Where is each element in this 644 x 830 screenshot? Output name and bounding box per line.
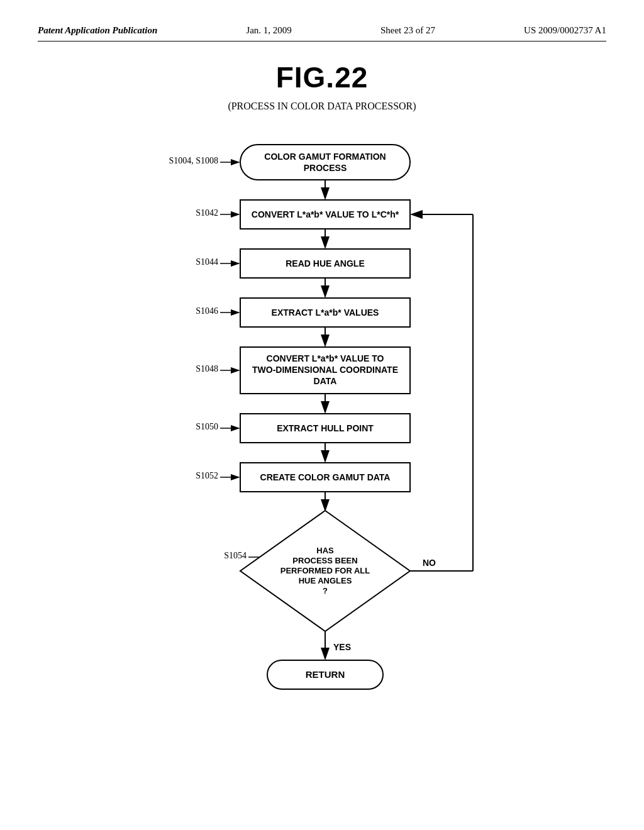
label-s1052: S1052 [196,471,218,480]
text-convert-lab-lch: CONVERT L*a*b* VALUE TO L*C*h* [252,209,399,219]
label-s1050: S1050 [196,422,218,431]
text-convert-2d-line3: DATA [314,376,337,386]
label-s1044: S1044 [196,257,218,267]
figure-title: FIG.22 [38,60,606,94]
label-s1042: S1042 [196,208,218,218]
label-yes: YES [333,642,351,652]
text-diamond-line2: PROCESS BEEN [292,556,357,565]
box-color-gamut-formation [240,145,410,180]
publication-label: Patent Application Publication [38,25,157,36]
label-s1004: S1004, S1008 [169,156,218,165]
page-header: Patent Application Publication Jan. 1, 2… [38,25,606,42]
page: Patent Application Publication Jan. 1, 2… [0,0,644,830]
label-s1048: S1048 [196,364,218,374]
text-diamond-line5: ? [323,586,328,595]
text-return: RETURN [306,669,345,680]
text-extract-hull-point: EXTRACT HULL POINT [277,423,374,433]
text-diamond-line3: PERFORMED FOR ALL [280,566,370,575]
text-color-gamut-formation-line1: COLOR GAMUT FORMATION [264,152,386,162]
text-diamond-line4: HUE ANGLES [299,576,352,585]
text-extract-lab-values: EXTRACT L*a*b* VALUES [272,307,379,318]
text-diamond-line1: HAS [316,546,334,555]
figure-subtitle: (PROCESS IN COLOR DATA PROCESSOR) [38,101,606,112]
date-label: Jan. 1, 2009 [246,25,292,36]
label-s1046: S1046 [196,306,218,316]
text-read-hue-angle: READ HUE ANGLE [286,258,365,268]
text-convert-2d-line1: CONVERT L*a*b* VALUE TO [267,353,384,363]
label-s1054: S1054 [224,551,247,560]
patent-number: US 2009/0002737 A1 [524,25,606,36]
text-color-gamut-formation-line2: PROCESS [304,163,347,173]
label-no: NO [423,558,436,568]
flowchart-diagram: S1004, S1008 COLOR GAMUT FORMATION PROCE… [102,131,542,734]
text-convert-2d-line2: TWO-DIMENSIONAL COORDINATE [252,365,398,375]
sheet-label: Sheet 23 of 27 [380,25,435,36]
text-create-color-gamut-data: CREATE COLOR GAMUT DATA [260,472,391,482]
